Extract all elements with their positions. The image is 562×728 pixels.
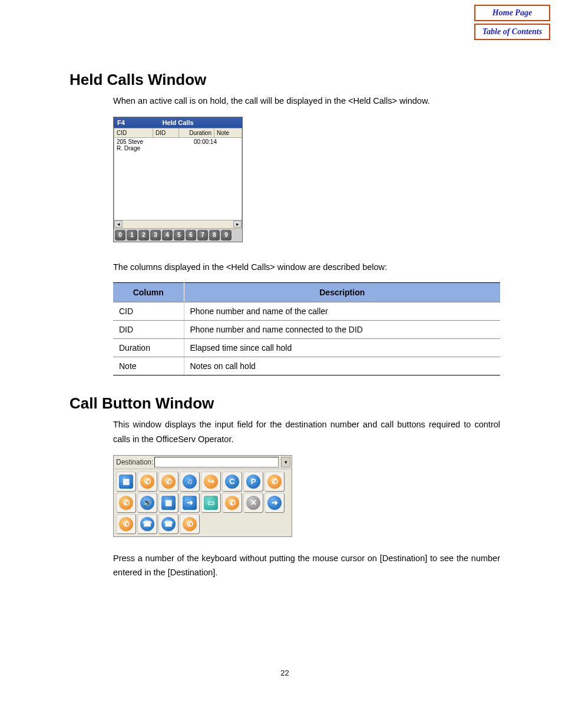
row-duration: 00:00:14 [181, 139, 217, 151]
col-did[interactable]: DID [153, 129, 179, 137]
digit-4-button[interactable]: 4 [162, 230, 173, 241]
pickup-icon: ✆ [183, 517, 197, 531]
table-row: DurationElapsed time since call hold [113, 339, 500, 357]
end-button[interactable]: ☎ [137, 514, 157, 534]
dial-icon: ✆ [161, 475, 176, 489]
cell-description: Notes on call hold [184, 357, 500, 375]
card-button[interactable]: ▭ [201, 493, 221, 513]
cell-column: Duration [113, 339, 184, 357]
row-cid-line1: 205 Steve [117, 139, 156, 145]
held-calls-key: F4 [117, 119, 148, 126]
cancel-button[interactable]: ✕ [243, 493, 263, 513]
next-button[interactable]: ➜ [265, 493, 285, 513]
page-button[interactable]: ✆ [265, 472, 285, 492]
th-description: Description [184, 283, 500, 302]
held-calls-body: 205 Steve R. Drage 00:00:14 [114, 138, 242, 220]
record-icon: ✆ [225, 496, 239, 510]
transfer-button[interactable]: ↪ [201, 472, 221, 492]
home-page-button[interactable]: Home Page [474, 5, 550, 21]
col-cid[interactable]: CID [114, 129, 153, 137]
park-icon: P [246, 475, 260, 489]
forward-icon: ➜ [183, 496, 197, 510]
toc-button[interactable]: Table of Contents [474, 24, 550, 40]
redial-icon: ✆ [119, 517, 133, 531]
held-calls-after: The columns displayed in the <Held Calls… [113, 260, 500, 275]
held-calls-intro: When an active call is on hold, the call… [113, 94, 500, 108]
scroll-right-icon[interactable]: ▸ [233, 220, 242, 228]
conference-button[interactable]: ▦ [158, 493, 178, 513]
held-calls-titlebar: F4 Held Calls [114, 117, 242, 128]
held-calls-heading: Held Calls Window [70, 71, 500, 89]
cancel-icon: ✕ [246, 496, 260, 510]
digit-7-button[interactable]: 7 [197, 230, 208, 241]
row-cid-line2: R. Drage [117, 145, 156, 151]
speaker-icon: 🔊 [140, 496, 154, 510]
call-button-window: Destination: ▾ ▦✆✆♫↪CP✆✆🔊▦➜▭✆✕➜✆☎☎✆ [113, 455, 292, 537]
mute-button[interactable]: ✆ [116, 493, 136, 513]
call-button-heading: Call Button Window [70, 394, 500, 413]
columns-description-table: Column Description CIDPhone number and n… [113, 282, 500, 375]
record-button[interactable]: ✆ [222, 493, 242, 513]
held-calls-window: F4 Held Calls CID DID Duration Note 205 … [113, 117, 243, 242]
camp-button[interactable]: C [222, 472, 242, 492]
park-button[interactable]: P [243, 472, 263, 492]
held-call-row[interactable]: 205 Steve R. Drage 00:00:14 [114, 138, 242, 152]
row-did [156, 139, 181, 151]
answer-icon: ✆ [140, 475, 154, 489]
transfer-icon: ↪ [204, 475, 218, 489]
speaker-button[interactable]: 🔊 [137, 493, 157, 513]
call-button-intro: This window displays the input field for… [113, 417, 500, 446]
destination-dropdown-icon[interactable]: ▾ [281, 457, 290, 467]
page-icon: ✆ [267, 475, 282, 489]
status-icon: ▦ [119, 475, 133, 489]
scroll-left-icon[interactable]: ◂ [114, 220, 123, 228]
held-calls-title: Held Calls [148, 119, 209, 126]
row-note [217, 139, 239, 151]
destination-label: Destination: [115, 458, 154, 466]
digit-6-button[interactable]: 6 [186, 230, 196, 241]
held-calls-columns: CID DID Duration Note [114, 128, 242, 138]
cell-column: Note [113, 357, 184, 375]
digit-0-button[interactable]: 0 [115, 230, 125, 241]
digit-1-button[interactable]: 1 [127, 230, 137, 241]
pickup-button[interactable]: ✆ [180, 514, 200, 534]
next-icon: ➜ [267, 496, 282, 510]
redial-button[interactable]: ✆ [116, 514, 136, 534]
cell-description: Elapsed time since call hold [184, 339, 500, 357]
col-note[interactable]: Note [214, 129, 242, 137]
hold-music-icon: ♫ [183, 475, 197, 489]
status-button[interactable]: ▦ [116, 472, 136, 492]
hangup-button[interactable]: ☎ [158, 514, 178, 534]
table-row: DIDPhone number and name connected to th… [113, 321, 500, 339]
conference-icon: ▦ [161, 496, 176, 510]
table-row: CIDPhone number and name of the caller [113, 302, 500, 321]
digit-3-button[interactable]: 3 [150, 230, 161, 241]
call-button-after: Press a number of the keyboard without p… [113, 551, 500, 580]
page-number: 22 [70, 668, 500, 677]
th-column: Column [113, 283, 184, 302]
digit-row: 0123456789 [114, 229, 242, 242]
destination-input[interactable] [154, 457, 279, 467]
col-duration[interactable]: Duration [179, 129, 214, 137]
mute-icon: ✆ [119, 496, 133, 510]
camp-icon: C [225, 475, 239, 489]
hold-music-button[interactable]: ♫ [180, 472, 200, 492]
cell-description: Phone number and name of the caller [184, 302, 500, 321]
cell-column: CID [113, 302, 184, 321]
digit-2-button[interactable]: 2 [138, 230, 149, 241]
table-row: NoteNotes on call hold [113, 357, 500, 375]
card-icon: ▭ [204, 496, 218, 510]
answer-button[interactable]: ✆ [137, 472, 157, 492]
end-icon: ☎ [140, 517, 154, 531]
cell-column: DID [113, 321, 184, 339]
digit-5-button[interactable]: 5 [174, 230, 184, 241]
digit-9-button[interactable]: 9 [221, 230, 232, 241]
dial-button[interactable]: ✆ [158, 472, 178, 492]
forward-button[interactable]: ➜ [180, 493, 200, 513]
cell-description: Phone number and name connected to the D… [184, 321, 500, 339]
digit-8-button[interactable]: 8 [209, 230, 220, 241]
hangup-icon: ☎ [161, 517, 176, 531]
